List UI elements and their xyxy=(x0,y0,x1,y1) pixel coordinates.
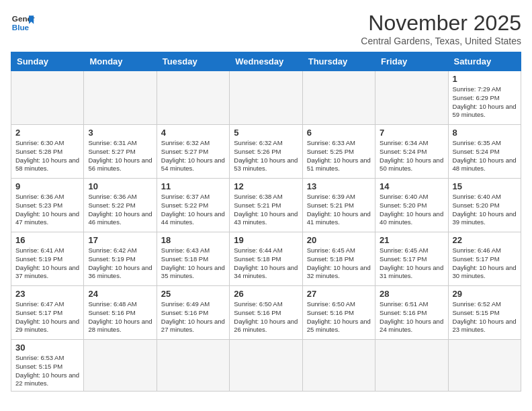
weekday-header-tuesday: Tuesday xyxy=(157,52,229,71)
calendar-cell: 10Sunrise: 6:36 AM Sunset: 5:22 PM Dayli… xyxy=(84,179,157,232)
day-number: 27 xyxy=(307,289,371,299)
day-info: Sunrise: 6:33 AM Sunset: 5:25 PM Dayligh… xyxy=(307,139,371,173)
day-number: 26 xyxy=(234,289,298,299)
day-info: Sunrise: 6:30 AM Sunset: 5:28 PM Dayligh… xyxy=(15,139,79,173)
calendar-cell: 22Sunrise: 6:46 AM Sunset: 5:17 PM Dayli… xyxy=(448,232,521,286)
day-info: Sunrise: 6:48 AM Sunset: 5:16 PM Dayligh… xyxy=(88,300,152,334)
calendar-cell: 4Sunrise: 6:32 AM Sunset: 5:27 PM Daylig… xyxy=(157,125,229,179)
calendar-row-2: 9Sunrise: 6:36 AM Sunset: 5:23 PM Daylig… xyxy=(11,179,521,232)
day-number: 2 xyxy=(15,128,79,138)
day-info: Sunrise: 6:45 AM Sunset: 5:18 PM Dayligh… xyxy=(307,246,371,281)
day-info: Sunrise: 6:50 AM Sunset: 5:16 PM Dayligh… xyxy=(234,300,298,334)
calendar-cell: 1Sunrise: 7:29 AM Sunset: 6:29 PM Daylig… xyxy=(448,71,521,125)
calendar-cell: 16Sunrise: 6:41 AM Sunset: 5:19 PM Dayli… xyxy=(11,232,84,286)
day-number: 13 xyxy=(307,181,371,191)
calendar-row-4: 23Sunrise: 6:47 AM Sunset: 5:17 PM Dayli… xyxy=(11,286,521,340)
day-info: Sunrise: 6:36 AM Sunset: 5:22 PM Dayligh… xyxy=(88,193,152,227)
day-info: Sunrise: 6:36 AM Sunset: 5:23 PM Dayligh… xyxy=(15,193,79,227)
day-info: Sunrise: 6:44 AM Sunset: 5:18 PM Dayligh… xyxy=(234,246,298,281)
day-info: Sunrise: 6:32 AM Sunset: 5:27 PM Dayligh… xyxy=(161,139,225,173)
day-info: Sunrise: 6:47 AM Sunset: 5:17 PM Dayligh… xyxy=(15,300,79,334)
day-info: Sunrise: 6:49 AM Sunset: 5:16 PM Dayligh… xyxy=(161,300,225,334)
calendar-cell: 8Sunrise: 6:35 AM Sunset: 5:24 PM Daylig… xyxy=(448,125,521,179)
logo-icon: General Blue xyxy=(11,11,35,35)
weekday-header-friday: Friday xyxy=(375,52,448,71)
day-number: 9 xyxy=(15,181,79,191)
calendar-cell xyxy=(157,340,229,392)
day-info: Sunrise: 7:29 AM Sunset: 6:29 PM Dayligh… xyxy=(453,85,517,120)
day-number: 8 xyxy=(453,128,517,138)
day-number: 29 xyxy=(453,289,517,299)
calendar-cell: 30Sunrise: 6:53 AM Sunset: 5:15 PM Dayli… xyxy=(11,340,84,392)
calendar-cell: 7Sunrise: 6:34 AM Sunset: 5:24 PM Daylig… xyxy=(375,125,448,179)
day-number: 16 xyxy=(15,235,79,245)
day-info: Sunrise: 6:39 AM Sunset: 5:21 PM Dayligh… xyxy=(307,193,371,227)
calendar-cell xyxy=(11,71,84,125)
day-number: 4 xyxy=(161,128,225,138)
day-info: Sunrise: 6:34 AM Sunset: 5:24 PM Dayligh… xyxy=(380,139,443,173)
calendar-cell: 27Sunrise: 6:50 AM Sunset: 5:16 PM Dayli… xyxy=(302,286,375,340)
page-header: General Blue November 2025 Central Garde… xyxy=(11,11,521,46)
svg-text:Blue: Blue xyxy=(12,23,30,32)
calendar-cell: 17Sunrise: 6:42 AM Sunset: 5:19 PM Dayli… xyxy=(84,232,157,286)
day-info: Sunrise: 6:40 AM Sunset: 5:20 PM Dayligh… xyxy=(380,193,443,227)
day-number: 15 xyxy=(453,181,517,191)
calendar-cell: 26Sunrise: 6:50 AM Sunset: 5:16 PM Dayli… xyxy=(230,286,302,340)
day-number: 22 xyxy=(453,235,517,245)
calendar-cell: 25Sunrise: 6:49 AM Sunset: 5:16 PM Dayli… xyxy=(157,286,229,340)
day-number: 24 xyxy=(88,289,152,299)
day-info: Sunrise: 6:50 AM Sunset: 5:16 PM Dayligh… xyxy=(307,300,371,334)
calendar-row-0: 1Sunrise: 7:29 AM Sunset: 6:29 PM Daylig… xyxy=(11,71,521,125)
calendar-table: SundayMondayTuesdayWednesdayThursdayFrid… xyxy=(11,52,521,392)
calendar-cell: 9Sunrise: 6:36 AM Sunset: 5:23 PM Daylig… xyxy=(11,179,84,232)
day-info: Sunrise: 6:51 AM Sunset: 5:16 PM Dayligh… xyxy=(380,300,443,334)
calendar-cell: 3Sunrise: 6:31 AM Sunset: 5:27 PM Daylig… xyxy=(84,125,157,179)
calendar-cell: 5Sunrise: 6:32 AM Sunset: 5:26 PM Daylig… xyxy=(230,125,302,179)
day-number: 11 xyxy=(161,181,225,191)
calendar-cell: 12Sunrise: 6:38 AM Sunset: 5:21 PM Dayli… xyxy=(230,179,302,232)
day-info: Sunrise: 6:35 AM Sunset: 5:24 PM Dayligh… xyxy=(453,139,517,173)
calendar-cell: 18Sunrise: 6:43 AM Sunset: 5:18 PM Dayli… xyxy=(157,232,229,286)
day-info: Sunrise: 6:46 AM Sunset: 5:17 PM Dayligh… xyxy=(453,246,517,281)
day-number: 10 xyxy=(88,181,152,191)
weekday-header-saturday: Saturday xyxy=(448,52,521,71)
calendar-cell: 29Sunrise: 6:52 AM Sunset: 5:15 PM Dayli… xyxy=(448,286,521,340)
calendar-cell: 24Sunrise: 6:48 AM Sunset: 5:16 PM Dayli… xyxy=(84,286,157,340)
calendar-cell: 28Sunrise: 6:51 AM Sunset: 5:16 PM Dayli… xyxy=(375,286,448,340)
day-info: Sunrise: 6:31 AM Sunset: 5:27 PM Dayligh… xyxy=(88,139,152,173)
day-info: Sunrise: 6:42 AM Sunset: 5:19 PM Dayligh… xyxy=(88,246,152,281)
calendar-cell: 23Sunrise: 6:47 AM Sunset: 5:17 PM Dayli… xyxy=(11,286,84,340)
day-info: Sunrise: 6:53 AM Sunset: 5:15 PM Dayligh… xyxy=(15,354,79,388)
calendar-cell: 20Sunrise: 6:45 AM Sunset: 5:18 PM Dayli… xyxy=(302,232,375,286)
day-info: Sunrise: 6:43 AM Sunset: 5:18 PM Dayligh… xyxy=(161,246,225,281)
day-info: Sunrise: 6:32 AM Sunset: 5:26 PM Dayligh… xyxy=(234,139,298,173)
calendar-cell xyxy=(302,71,375,125)
day-number: 21 xyxy=(380,235,443,245)
day-info: Sunrise: 6:52 AM Sunset: 5:15 PM Dayligh… xyxy=(453,300,517,334)
calendar-cell xyxy=(302,340,375,392)
weekday-header-thursday: Thursday xyxy=(302,52,375,71)
day-number: 17 xyxy=(88,235,152,245)
calendar-row-3: 16Sunrise: 6:41 AM Sunset: 5:19 PM Dayli… xyxy=(11,232,521,286)
day-number: 25 xyxy=(161,289,225,299)
day-info: Sunrise: 6:37 AM Sunset: 5:22 PM Dayligh… xyxy=(161,193,225,227)
month-title: November 2025 xyxy=(361,11,521,36)
calendar-cell xyxy=(157,71,229,125)
day-number: 18 xyxy=(161,235,225,245)
day-number: 30 xyxy=(15,342,79,353)
calendar-cell: 15Sunrise: 6:40 AM Sunset: 5:20 PM Dayli… xyxy=(448,179,521,232)
weekday-header-row: SundayMondayTuesdayWednesdayThursdayFrid… xyxy=(11,52,521,71)
day-number: 7 xyxy=(380,128,443,138)
weekday-header-wednesday: Wednesday xyxy=(230,52,302,71)
weekday-header-sunday: Sunday xyxy=(11,52,84,71)
calendar-row-5: 30Sunrise: 6:53 AM Sunset: 5:15 PM Dayli… xyxy=(11,340,521,392)
calendar-cell xyxy=(375,340,448,392)
day-number: 19 xyxy=(234,235,298,245)
day-number: 12 xyxy=(234,181,298,191)
day-number: 23 xyxy=(15,289,79,299)
calendar-cell: 14Sunrise: 6:40 AM Sunset: 5:20 PM Dayli… xyxy=(375,179,448,232)
calendar-cell: 21Sunrise: 6:45 AM Sunset: 5:17 PM Dayli… xyxy=(375,232,448,286)
day-info: Sunrise: 6:45 AM Sunset: 5:17 PM Dayligh… xyxy=(380,246,443,281)
logo: General Blue xyxy=(11,11,35,35)
weekday-header-monday: Monday xyxy=(84,52,157,71)
